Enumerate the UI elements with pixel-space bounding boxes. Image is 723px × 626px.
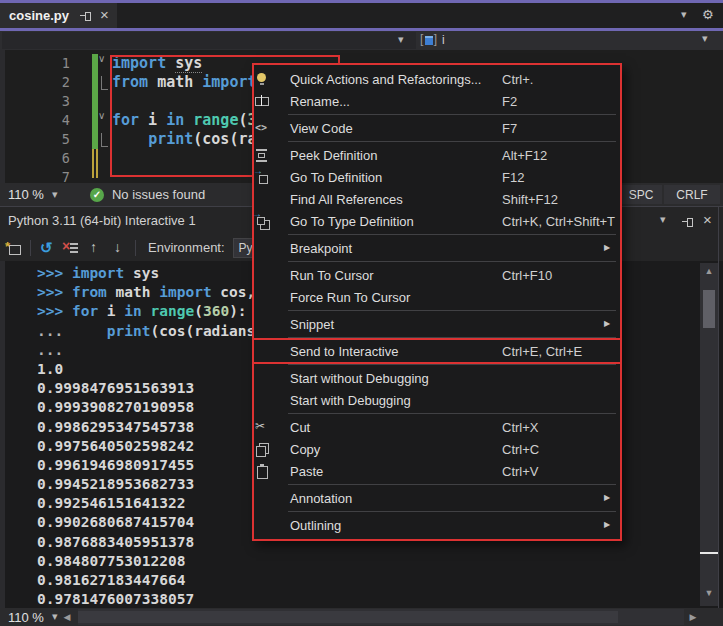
menu-item-shortcut: Ctrl+C [502,442,602,457]
toolbar-separator [135,240,136,256]
menu-item-label: Paste [290,464,502,479]
pin-window-icon[interactable] [681,215,694,228]
menu-item-shortcut: Alt+F12 [502,148,602,163]
tab-list-chevron-icon[interactable] [679,8,695,24]
fold-bracket [101,133,108,147]
menu-icon-spacer [254,343,290,359]
reset-icon[interactable] [39,240,55,256]
submenu-arrow-icon [602,240,620,256]
member-chevron-icon[interactable] [700,32,716,48]
menu-item-send-to-interactive[interactable]: Send to InteractiveCtrl+E, Ctrl+E [254,340,620,362]
history-next-icon[interactable] [111,240,127,256]
history-previous-icon[interactable] [87,240,103,256]
menu-item-paste[interactable]: PasteCtrl+V [254,460,620,482]
menu-item-outlining[interactable]: Outlining [254,514,620,536]
menu-icon-spacer [254,191,290,207]
menu-arrow-spacer [602,267,620,283]
scroll-right-icon[interactable]: ▶ [686,612,700,622]
menu-item-cut[interactable]: CutCtrl+X [254,416,620,438]
horizontal-scroll-thumb[interactable] [78,611,618,623]
zoom-chevron-icon[interactable] [50,188,64,202]
menu-separator [288,484,616,485]
menu-item-go-to-type-definition[interactable]: Go To Type DefinitionCtrl+K, Ctrl+Shift+… [254,210,620,232]
menu-arrow-spacer [602,463,620,479]
scroll-down-icon[interactable]: ▼ [700,588,718,598]
menu-item-copy[interactable]: CopyCtrl+C [254,438,620,460]
viewcode-icon [254,120,290,136]
navigation-bar: i [0,31,723,50]
menu-item-force-run-to-cursor[interactable]: Force Run To Cursor [254,286,620,308]
change-bar-unsaved [92,149,98,178]
menu-icon-spacer [254,267,290,283]
menu-item-shortcut: Ctrl+K, Ctrl+Shift+T [502,214,615,229]
member-dropdown[interactable]: i [420,31,720,49]
clear-screen-icon[interactable] [63,240,79,256]
gotodef-icon [254,169,290,185]
editor-zoom-level[interactable]: 110 % [8,187,44,202]
eol-indicator[interactable]: CRLF [664,185,720,204]
vertical-scroll-thumb[interactable] [703,290,715,328]
menu-item-label: Force Run To Cursor [290,290,502,305]
gear-icon[interactable] [701,8,717,24]
menu-item-breakpoint[interactable]: Breakpoint [254,237,620,259]
menu-item-shortcut: F2 [502,94,602,109]
submenu-arrow-icon [602,316,620,332]
menu-item-label: Copy [290,442,502,457]
line-number: 1 [0,54,70,73]
vertical-scrollbar[interactable]: ▲ ▼ [700,263,718,606]
menu-item-snippet[interactable]: Snippet [254,313,620,335]
menu-item-view-code[interactable]: View CodeF7 [254,117,620,139]
lightbulb-icon [254,71,290,87]
environment-label: Environment: [148,240,225,255]
scroll-up-icon[interactable]: ▲ [700,266,718,276]
menu-item-label: Send to Interactive [290,344,502,359]
menu-separator [288,511,616,512]
interactive-title: Python 3.11 (64-bit) Interactive 1 [8,213,196,228]
repl-line: 0.9781476007338057 [37,590,325,608]
close-tab-icon[interactable] [98,8,114,24]
menu-item-find-all-references[interactable]: Find All ReferencesShift+F12 [254,188,620,210]
fold-chevron-icon[interactable]: ∨ [98,110,105,121]
menu-item-start-with-debugging[interactable]: Start with Debugging [254,389,620,411]
pin-icon[interactable] [79,9,92,22]
menu-separator [288,234,616,235]
menu-item-quick-actions-and-refactorings[interactable]: Quick Actions and Refactorings...Ctrl+. [254,68,620,90]
menu-item-shortcut: Shift+F12 [502,192,602,207]
horizontal-scrollbar[interactable] [78,609,684,625]
scroll-left-icon[interactable]: ◀ [60,612,74,622]
tab-cosine-py[interactable]: cosine.py [0,3,117,28]
window-right-border [718,207,719,608]
menu-item-label: Cut [290,420,502,435]
peek-icon [254,147,290,163]
menu-item-go-to-definition[interactable]: Go To DefinitionF12 [254,166,620,188]
new-interactive-window-icon[interactable] [6,240,22,256]
menu-item-label: Find All References [290,192,502,207]
repl-zoom-level[interactable]: 110 % [8,610,44,625]
menu-separator [288,337,616,338]
close-window-icon[interactable] [701,213,717,229]
menu-item-label: Annotation [290,491,502,506]
menu-arrow-spacer [602,289,620,305]
menu-separator [288,364,616,365]
fold-chevron-icon[interactable]: ∨ [98,53,105,64]
menu-item-annotation[interactable]: Annotation [254,487,620,509]
menu-item-start-without-debugging[interactable]: Start without Debugging [254,367,620,389]
menu-item-peek-definition[interactable]: Peek DefinitionAlt+F12 [254,144,620,166]
interactive-status-bar: 110 % ◀ ▶ [0,608,723,626]
scroll-position-marker [700,552,718,554]
menu-icon-spacer [254,490,290,506]
menu-icon-spacer [254,517,290,533]
space-indicator[interactable]: SPC [620,185,662,204]
menu-item-run-to-cursor[interactable]: Run To CursorCtrl+F10 [254,264,620,286]
menu-arrow-spacer [602,93,620,109]
menu-item-label: Breakpoint [290,241,502,256]
repl-margin [0,261,5,608]
scope-dropdown[interactable] [2,32,416,49]
issues-check-icon [90,188,104,202]
menu-item-label: Snippet [290,317,502,332]
menu-item-rename[interactable]: Rename...F2 [254,90,620,112]
cut-icon [254,419,290,435]
window-menu-chevron-icon[interactable] [658,213,674,229]
menu-item-label: Start without Debugging [290,371,502,386]
vs-window: cosine.py i 1234567 ∨ ∨ import sysfrom [0,0,723,626]
